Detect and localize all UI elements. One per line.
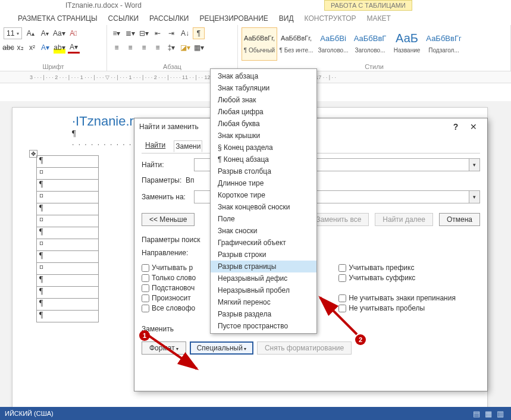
menu-item-18[interactable]: Неразрывный пробел — [211, 284, 316, 296]
dialog-help-icon[interactable]: ? — [447, 122, 465, 131]
menu-item-15[interactable]: Разрыв строки — [211, 249, 316, 261]
align-left-icon[interactable]: ≡ — [111, 42, 123, 54]
menu-item-1[interactable]: Знак табуляции — [211, 82, 316, 94]
tab-table-layout[interactable]: МАКЕТ — [367, 14, 391, 23]
shading-icon[interactable]: ◪▾ — [179, 42, 191, 54]
chevron-down-icon[interactable]: ▾ — [469, 191, 479, 203]
direction-label: Направление: — [142, 249, 188, 257]
menu-item-0[interactable]: Знак абзаца — [211, 70, 316, 82]
menu-item-10[interactable]: Короткое тире — [211, 189, 316, 201]
tab-mailings[interactable]: РАССЫЛКИ — [149, 14, 189, 23]
strike-icon[interactable]: abc — [4, 42, 13, 54]
indent-right-icon[interactable]: ⇥ — [165, 27, 177, 39]
clear-format-icon[interactable]: A⃠ — [67, 27, 79, 39]
style-1[interactable]: АаБбВвГг,¶ Без инте... — [278, 27, 314, 61]
style-4[interactable]: АаБНазвание — [389, 27, 425, 61]
status-bar: ИЙСКИЙ (США) ▤ ▦ ▥ — [0, 407, 511, 420]
annotation-badge-2: 2 — [355, 334, 366, 345]
menu-item-16[interactable]: Разрыв страницы — [211, 261, 316, 272]
menu-item-5[interactable]: Знак крышки — [211, 130, 316, 142]
annotation-arrow-2 — [315, 293, 363, 340]
ribbon-tabs: РАЗМЕТКА СТРАНИЦЫ ССЫЛКИ РАССЫЛКИ РЕЦЕНЗ… — [0, 12, 511, 25]
svg-line-1 — [320, 297, 357, 334]
chevron-down-icon[interactable]: ▾ — [469, 159, 479, 171]
table-move-handle-icon[interactable]: ✥ — [29, 150, 37, 158]
style-5[interactable]: АаБбВвГгПодзагол... — [426, 27, 462, 61]
chk-prefix[interactable]: Учитывать префикс — [338, 264, 456, 272]
close-icon[interactable]: ✕ — [465, 122, 482, 131]
line-spacing-icon[interactable]: ‡▾ — [165, 42, 177, 54]
font-color-icon[interactable]: A▾ — [68, 42, 80, 54]
menu-item-12[interactable]: Поле — [211, 213, 316, 225]
menu-item-19[interactable]: Мягкий перенос — [211, 296, 316, 308]
style-0[interactable]: АаБбВвГг,¶ Обычный — [242, 27, 277, 61]
justify-icon[interactable]: ≡ — [152, 42, 164, 54]
dialog-tab-find[interactable]: Найти — [144, 140, 167, 152]
read-mode-icon[interactable]: ▤ — [471, 409, 482, 418]
menu-item-6[interactable]: § Конец раздела — [211, 142, 316, 153]
shrink-font-icon[interactable]: A▾ — [39, 27, 51, 39]
tab-view[interactable]: ВИД — [279, 14, 294, 23]
chk-suffix[interactable]: Учитывать суффикс — [338, 274, 456, 282]
grow-font-icon[interactable]: A▴ — [24, 27, 36, 39]
replace-label: Заменить на: — [142, 193, 189, 201]
menu-item-8[interactable]: Разрыв столбца — [211, 165, 316, 177]
annotation-arrow-1 — [146, 330, 206, 378]
less-button[interactable]: << Меньше — [142, 213, 195, 226]
cancel-button[interactable]: Отмена — [439, 213, 480, 226]
text-effects-icon[interactable]: A▾ — [39, 42, 51, 54]
menu-item-2[interactable]: Любой знак — [211, 94, 316, 106]
sort-icon[interactable]: A↓ — [179, 27, 191, 39]
menu-item-7[interactable]: ¶ Конец абзаца — [211, 153, 316, 165]
menu-item-21[interactable]: Пустое пространство — [211, 320, 316, 332]
style-3[interactable]: АаБбВвГЗаголово... — [352, 27, 388, 61]
superscript-icon[interactable]: x² — [27, 42, 37, 54]
doc-table[interactable]: ¶¤ ¶¤ ¶¤ ¶¤ ¶¤ ¶¶ ¶¶ — [36, 155, 99, 322]
menu-item-13[interactable]: Знак сноски — [211, 225, 316, 237]
tab-layout[interactable]: РАЗМЕТКА СТРАНИЦЫ — [18, 14, 98, 23]
font-size-combo[interactable]: 11▾ — [4, 27, 22, 39]
bullets-icon[interactable]: ≡▾ — [111, 27, 123, 39]
print-layout-icon[interactable]: ▦ — [482, 409, 494, 418]
chk-case[interactable]: Учитывать р — [142, 264, 196, 272]
numbering-icon[interactable]: ≣▾ — [124, 27, 136, 39]
menu-item-3[interactable]: Любая цифра — [211, 106, 316, 118]
window-title: ITznanie.ru.docx - Word — [0, 0, 511, 12]
replace-all-button[interactable]: Заменить все — [308, 213, 369, 226]
status-language[interactable]: ИЙСКИЙ (США) — [5, 410, 54, 417]
remove-formatting-button[interactable]: Снять форматирование — [257, 341, 352, 355]
special-dropdown: Знак абзацаЗнак табуляцииЛюбой знакЛюбая… — [210, 68, 317, 334]
annotation-badge-1: 1 — [139, 330, 150, 341]
subscript-icon[interactable]: x₂ — [15, 42, 25, 54]
menu-item-11[interactable]: Знак концевой сноски — [211, 201, 316, 213]
group-font-label: Шрифт — [0, 63, 106, 70]
menu-item-4[interactable]: Любая буква — [211, 118, 316, 130]
find-next-button[interactable]: Найти далее — [375, 213, 433, 226]
menu-item-9[interactable]: Длинное тире — [211, 177, 316, 189]
tab-review[interactable]: РЕЦЕНЗИРОВАНИЕ — [199, 14, 268, 23]
chk-sounds-like[interactable]: Произносит — [142, 294, 196, 302]
multilevel-icon[interactable]: ⊟▾ — [138, 27, 150, 39]
menu-item-17[interactable]: Неразрывный дефис — [211, 272, 316, 284]
params-label: Параметры: — [142, 176, 181, 184]
tab-design[interactable]: КОНСТРУКТОР — [305, 14, 356, 23]
table-tools-label: РАБОТА С ТАБЛИЦАМИ — [324, 0, 412, 11]
show-marks-icon[interactable]: ¶ — [193, 27, 205, 39]
indent-left-icon[interactable]: ⇤ — [152, 27, 164, 39]
change-case-icon[interactable]: Aa▾ — [53, 27, 65, 39]
borders-icon[interactable]: ▦▾ — [193, 42, 205, 54]
chk-wildcards[interactable]: Подстановоч — [142, 284, 196, 292]
chk-word-forms[interactable]: Все словофо — [142, 304, 196, 312]
align-center-icon[interactable]: ≡ — [124, 42, 136, 54]
align-right-icon[interactable]: ≡ — [138, 42, 150, 54]
menu-item-20[interactable]: Разрыв раздела — [211, 308, 316, 320]
chk-whole-word[interactable]: Только слово — [142, 274, 196, 282]
style-2[interactable]: АаБбВіЗаголово... — [315, 27, 351, 61]
dialog-tab-replace[interactable]: Замени — [174, 140, 202, 152]
tab-references[interactable]: ССЫЛКИ — [108, 14, 139, 23]
dialog-title: Найти и заменить — [139, 123, 199, 131]
web-layout-icon[interactable]: ▥ — [494, 409, 506, 418]
menu-item-14[interactable]: Графический объект — [211, 237, 316, 249]
highlight-icon[interactable]: ab▾ — [54, 42, 65, 54]
svg-line-0 — [149, 336, 197, 369]
